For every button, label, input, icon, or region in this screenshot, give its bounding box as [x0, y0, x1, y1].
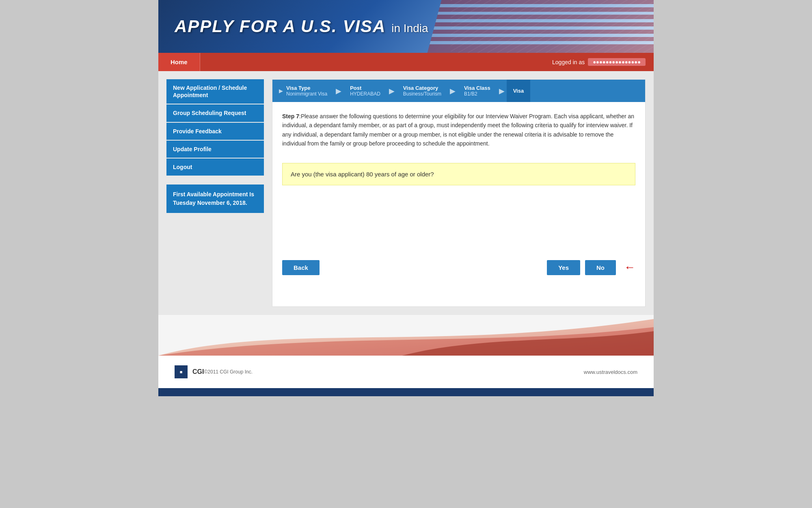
sidebar-new-application-label: New Application / Schedule Appointment: [173, 85, 247, 98]
sidebar-item-group-scheduling[interactable]: Group Scheduling Request: [166, 104, 264, 122]
back-button[interactable]: Back: [282, 260, 320, 275]
sidebar-item-logout[interactable]: Logout: [166, 158, 264, 176]
dark-footer-bar: [158, 388, 654, 396]
home-label: Home: [171, 59, 188, 65]
logo-text: ■: [180, 369, 183, 374]
breadcrumb-visa-type: ▶ Visa Type Nonimmigrant Visa: [272, 80, 334, 102]
step-section: Step 7:Please answer the following quest…: [272, 102, 645, 155]
breadcrumb-visa-category: Visa Category Business/Tourism: [397, 80, 448, 102]
home-nav-item[interactable]: Home: [158, 53, 200, 71]
bc-visa-label: Visa: [513, 88, 524, 94]
no-button[interactable]: No: [585, 260, 616, 275]
breadcrumb-visa: Visa: [507, 80, 531, 102]
sidebar-provide-feedback-label: Provide Feedback: [173, 128, 222, 135]
appointment-text: First Available Appointment Is Tuesday N…: [173, 191, 254, 206]
question-text: Are you (the visa applicant) 80 years of…: [291, 171, 434, 178]
bc-visa-category-value: Business/Tourism: [403, 91, 441, 97]
yes-no-group: Yes No: [547, 260, 616, 275]
footer-info: ■ CGI ©2011 CGI Group Inc. www.ustraveld…: [158, 356, 654, 388]
company-name: CGI: [192, 368, 204, 376]
arrow-indicator: ←: [624, 261, 635, 274]
bc-visa-class-label: Visa Class: [464, 85, 490, 91]
header-banner: APPLY FOR A U.S. VISA in India: [158, 0, 654, 53]
header-title: APPLY FOR A U.S. VISA in India: [175, 17, 428, 36]
header-main-title: APPLY FOR A U.S. VISA: [175, 17, 386, 36]
sidebar-item-new-application[interactable]: New Application / Schedule Appointment: [166, 79, 264, 104]
sidebar-group-scheduling-label: Group Scheduling Request: [173, 110, 246, 116]
footer-area: ■ CGI ©2011 CGI Group Inc. www.ustraveld…: [158, 315, 654, 396]
header-subtitle: in India: [391, 22, 428, 35]
main-content-panel: ▶ Visa Type Nonimmigrant Visa ▶ Post HYD…: [272, 79, 646, 307]
cgi-logo: ■: [175, 365, 188, 378]
sidebar-update-profile-label: Update Profile: [173, 146, 212, 152]
sidebar: New Application / Schedule Appointment G…: [166, 79, 264, 307]
breadcrumb-bar: ▶ Visa Type Nonimmigrant Visa ▶ Post HYD…: [272, 80, 645, 102]
bc-visa-type-label: Visa Type: [286, 85, 327, 91]
breadcrumb-visa-class: Visa Class B1/B2: [458, 80, 497, 102]
question-box: Are you (the visa applicant) 80 years of…: [282, 163, 635, 185]
breadcrumb-post: Post HYDERABAD: [343, 80, 387, 102]
step-body-text: :Please answer the following questions t…: [282, 113, 634, 147]
footer-wave: [158, 315, 654, 356]
nav-bar: Home Logged in as ●●●●●●●●●●●●●●●: [158, 53, 654, 71]
footer-url: www.ustraveldocs.com: [584, 369, 637, 375]
bc-arrow-4: ▶: [499, 87, 505, 96]
sidebar-item-provide-feedback[interactable]: Provide Feedback: [166, 123, 264, 140]
content-area: New Application / Schedule Appointment G…: [158, 71, 654, 315]
logged-in-label: Logged in as: [552, 59, 585, 65]
logged-in-value: ●●●●●●●●●●●●●●●: [588, 58, 646, 66]
sidebar-item-update-profile[interactable]: Update Profile: [166, 141, 264, 158]
appointment-box: First Available Appointment Is Tuesday N…: [166, 185, 264, 213]
sidebar-logout-label: Logout: [173, 164, 192, 170]
bc-visa-type-value: Nonimmigrant Visa: [286, 91, 327, 97]
footer-copyright: ©2011 CGI Group Inc.: [204, 369, 253, 375]
bc-arrow-3: ▶: [450, 87, 456, 96]
bc-visa-class-value: B1/B2: [464, 91, 490, 97]
step-label: Step 7: [282, 113, 299, 119]
yes-button[interactable]: Yes: [547, 260, 580, 275]
bc-arrow-1: ▶: [336, 87, 341, 96]
step-paragraph: Step 7:Please answer the following quest…: [282, 112, 635, 148]
bc-visa-category-label: Visa Category: [403, 85, 441, 91]
wave-svg: [158, 315, 654, 356]
bc-post-value: HYDERABAD: [350, 91, 380, 97]
bc-arrow-2: ▶: [389, 87, 395, 96]
footer-content: ■ CGI: [175, 361, 204, 382]
button-bar: Back Yes No ←: [272, 250, 645, 285]
logged-in-section: Logged in as ●●●●●●●●●●●●●●●: [552, 58, 654, 66]
bc-post-label: Post: [350, 85, 380, 91]
